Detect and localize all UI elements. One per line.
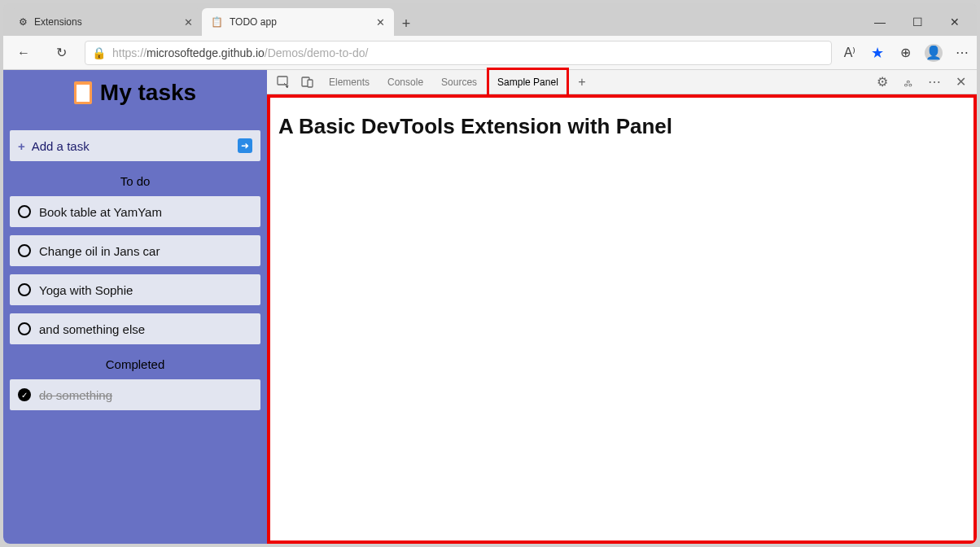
url-host: microsoftedge.github.io	[147, 46, 265, 59]
task-text: and something else	[39, 322, 145, 336]
task-text: do something	[39, 388, 112, 402]
devtools-toolbar: Elements Console Sources Sample Panel + …	[267, 70, 977, 94]
panel-heading: A Basic DevTools Extension with Panel	[278, 114, 965, 139]
task-text: Change oil in Jans car	[39, 244, 160, 258]
inspect-icon[interactable]	[272, 72, 295, 92]
todo-app: My tasks + Add a task ➜ To do Book table…	[3, 70, 267, 544]
devtools-tab-sources[interactable]: Sources	[433, 70, 485, 94]
task-item[interactable]: and something else	[10, 313, 260, 344]
devtools-panel: A Basic DevTools Extension with Panel	[267, 94, 977, 544]
address-bar: ← ↻ 🔒 https://microsoftedge.github.io/De…	[3, 36, 977, 70]
task-item[interactable]: Change oil in Jans car	[10, 235, 260, 266]
activity-icon[interactable]: ஃ	[897, 72, 920, 92]
task-item[interactable]: Book table at YamYam	[10, 196, 260, 227]
minimize-button[interactable]: —	[861, 8, 899, 36]
tab-title: Extensions	[34, 16, 82, 28]
browser-tab-extensions[interactable]: ⚙ Extensions ✕	[10, 8, 202, 36]
task-text: Book table at YamYam	[39, 205, 162, 219]
devtools-tab-console[interactable]: Console	[379, 70, 431, 94]
content-area: My tasks + Add a task ➜ To do Book table…	[3, 70, 977, 544]
browser-tab-todo[interactable]: 📋 TODO app ✕	[202, 8, 394, 36]
add-tab-icon[interactable]: +	[571, 72, 593, 92]
clipboard-icon	[74, 81, 92, 104]
title-text: My tasks	[100, 80, 196, 106]
close-button[interactable]: ✕	[936, 8, 973, 36]
puzzle-icon: ⚙	[19, 16, 28, 28]
task-text: Yoga with Sophie	[39, 283, 133, 297]
new-tab-button[interactable]: +	[394, 11, 418, 36]
profile-avatar[interactable]: 👤	[925, 44, 943, 62]
toolbar-right: A⁾ ★ ⊕ 👤 ⋯	[842, 44, 970, 62]
browser-window: ⚙ Extensions ✕ 📋 TODO app ✕ + — ☐ ✕ ← ↻ …	[3, 3, 977, 544]
checkbox-unchecked-icon[interactable]	[18, 322, 31, 335]
settings-icon[interactable]: ⚙	[871, 72, 894, 92]
todo-section-label: To do	[10, 174, 260, 188]
submit-icon[interactable]: ➜	[238, 138, 252, 153]
svg-rect-0	[278, 77, 287, 85]
menu-icon[interactable]: ⋯	[954, 45, 970, 61]
read-aloud-icon[interactable]: A⁾	[842, 45, 858, 61]
url-field[interactable]: 🔒 https://microsoftedge.github.io/Demos/…	[85, 41, 832, 65]
checkbox-unchecked-icon[interactable]	[18, 283, 31, 296]
devtools-tab-sample-panel[interactable]: Sample Panel	[489, 70, 567, 94]
titlebar: ⚙ Extensions ✕ 📋 TODO app ✕ + — ☐ ✕	[3, 3, 977, 36]
close-icon[interactable]: ✕	[184, 16, 193, 28]
completed-section-label: Completed	[10, 357, 260, 371]
plus-icon: +	[18, 139, 25, 153]
task-item[interactable]: Yoga with Sophie	[10, 274, 260, 305]
favorite-icon[interactable]: ★	[869, 45, 886, 61]
window-controls: — ☐ ✕	[861, 8, 973, 36]
tab-strip: ⚙ Extensions ✕ 📋 TODO app ✕ +	[10, 8, 418, 36]
checkbox-unchecked-icon[interactable]	[18, 205, 31, 218]
devtools-tab-elements[interactable]: Elements	[321, 70, 378, 94]
url-path: /Demos/demo-to-do/	[265, 46, 369, 59]
url-protocol: https://	[112, 46, 147, 59]
refresh-button[interactable]: ↻	[47, 39, 75, 67]
page-title: My tasks	[10, 80, 260, 106]
svg-rect-2	[308, 80, 313, 87]
close-devtools-icon[interactable]: ✕	[949, 72, 972, 92]
maximize-button[interactable]: ☐	[899, 8, 936, 36]
task-item-completed[interactable]: ✓ do something	[10, 379, 260, 410]
tab-title: TODO app	[230, 16, 277, 28]
device-toggle-icon[interactable]	[296, 72, 319, 92]
lock-icon: 🔒	[92, 46, 106, 59]
devtools-pane: Elements Console Sources Sample Panel + …	[267, 70, 977, 544]
highlight-box: Sample Panel	[487, 68, 569, 97]
collections-icon[interactable]: ⊕	[897, 45, 913, 61]
add-task-input[interactable]: + Add a task ➜	[10, 130, 260, 161]
clipboard-icon: 📋	[211, 16, 223, 28]
more-icon[interactable]: ⋯	[923, 72, 946, 92]
checkbox-checked-icon[interactable]: ✓	[18, 388, 31, 401]
back-button[interactable]: ←	[10, 39, 37, 67]
close-icon[interactable]: ✕	[376, 16, 385, 28]
add-task-placeholder: Add a task	[32, 139, 90, 153]
checkbox-unchecked-icon[interactable]	[18, 244, 31, 257]
